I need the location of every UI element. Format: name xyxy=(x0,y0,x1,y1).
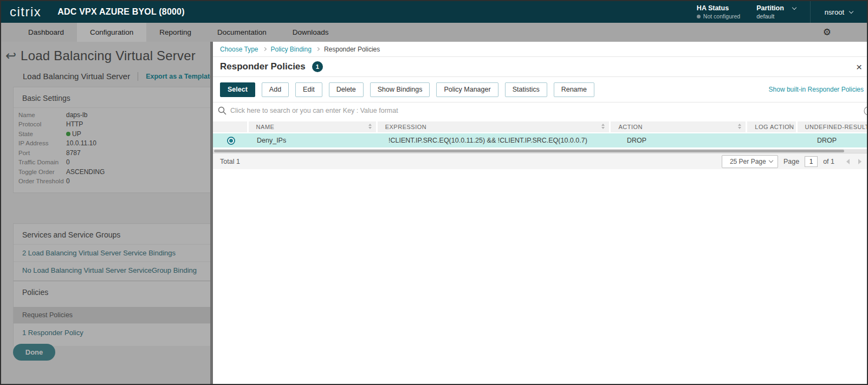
select-button[interactable]: Select xyxy=(220,82,255,97)
header-separator xyxy=(810,1,811,23)
chevron-down-icon xyxy=(792,5,796,9)
top-header: citrix ADC VPX AZURE BYOL (8000) HA Stat… xyxy=(1,1,867,23)
username: nsroot xyxy=(825,8,844,16)
breadcrumb-policy-binding[interactable]: Policy Binding xyxy=(271,46,312,53)
breadcrumb-chevron-icon xyxy=(316,47,320,51)
sort-icon[interactable] xyxy=(601,124,605,129)
product-title: ADC VPX AZURE BYOL (8000) xyxy=(57,7,184,17)
partition-label: Partition xyxy=(756,4,784,12)
toolbar: Select Add Edit Delete Show Bindings Pol… xyxy=(213,77,868,102)
prev-page-arrow-icon[interactable] xyxy=(846,159,850,164)
policies-table: NAME EXPRESSION ACTION LOG ACTION UNDEFI… xyxy=(213,121,868,153)
breadcrumb-current: Responder Policies xyxy=(324,46,380,53)
panel-title: Responder Policies xyxy=(220,61,306,72)
ha-status-block: HA Status Not configured xyxy=(697,4,740,20)
per-page-select[interactable]: 25 Per Page xyxy=(722,155,778,168)
policy-manager-button[interactable]: Policy Manager xyxy=(436,82,498,97)
next-page-arrow-icon[interactable] xyxy=(858,159,861,164)
total-count: Total 1 xyxy=(220,158,240,165)
cell-action: DROP xyxy=(619,137,759,144)
table-header: NAME EXPRESSION ACTION LOG ACTION UNDEFI… xyxy=(213,121,868,132)
show-bindings-button[interactable]: Show Bindings xyxy=(370,82,430,97)
column-header-action[interactable]: ACTION xyxy=(611,121,746,132)
search-bar xyxy=(213,102,868,118)
scrollbar-thumb[interactable] xyxy=(214,150,844,152)
breadcrumb-choose-type[interactable]: Choose Type xyxy=(220,46,258,53)
breadcrumb: Choose Type Policy Binding Responder Pol… xyxy=(213,42,868,57)
cell-name: Deny_IPs xyxy=(249,137,381,144)
row-radio-selected[interactable] xyxy=(227,137,235,145)
ha-status-label: HA Status xyxy=(697,4,740,12)
column-header-log-action[interactable]: LOG ACTION xyxy=(747,121,795,132)
cell-undefined-result: DROP xyxy=(809,137,868,144)
page-number-input[interactable] xyxy=(805,156,818,167)
partition-value: default xyxy=(756,13,796,20)
ha-status-value: Not configured xyxy=(697,13,740,20)
header-right: HA Status Not configured Partition defau… xyxy=(697,1,867,23)
edit-button[interactable]: Edit xyxy=(295,82,322,97)
screen: citrix ADC VPX AZURE BYOL (8000) HA Stat… xyxy=(0,0,868,385)
column-header-undefined-result[interactable]: UNDEFINED-RESULT xyxy=(798,121,868,132)
sort-icon[interactable] xyxy=(738,124,741,129)
responder-policies-panel: Choose Type Policy Binding Responder Pol… xyxy=(210,42,868,385)
ha-status-text: Not configured xyxy=(703,13,740,20)
page-of-label: of 1 xyxy=(823,158,834,165)
column-header-expression[interactable]: EXPRESSION xyxy=(378,121,610,132)
cell-expression: !CLIENT.IP.SRC.EQ(10.0.11.25) && !CLIENT… xyxy=(381,137,619,144)
info-icon[interactable] xyxy=(864,106,868,118)
panel-titlebar: Responder Policies 1 × xyxy=(213,57,868,77)
search-input[interactable] xyxy=(230,107,868,114)
close-icon[interactable]: × xyxy=(856,62,862,72)
breadcrumb-chevron-icon xyxy=(262,47,266,51)
horizontal-scrollbar[interactable] xyxy=(213,149,868,153)
add-button[interactable]: Add xyxy=(262,82,289,97)
partition-dropdown[interactable]: Partition default xyxy=(756,4,796,20)
pagination-bar: Total 1 25 Per Page Page of 1 xyxy=(213,153,868,169)
sort-icon[interactable] xyxy=(368,124,372,129)
sort-icon[interactable] xyxy=(788,124,792,129)
table-row[interactable]: Deny_IPs !CLIENT.IP.SRC.EQ(10.0.11.25) &… xyxy=(213,133,868,147)
column-header-name[interactable]: NAME xyxy=(249,121,376,132)
user-menu[interactable]: nsroot xyxy=(825,8,853,16)
chevron-down-icon xyxy=(849,9,853,13)
page-label: Page xyxy=(783,158,799,165)
citrix-logo: citrix xyxy=(10,5,41,18)
show-builtin-link[interactable]: Show built-in Responder Policies xyxy=(769,86,864,93)
rename-button[interactable]: Rename xyxy=(554,82,594,97)
search-icon xyxy=(218,106,226,115)
ha-status-dot-icon xyxy=(697,15,701,18)
statistics-button[interactable]: Statistics xyxy=(505,82,547,97)
delete-button[interactable]: Delete xyxy=(329,82,364,97)
chevron-down-icon xyxy=(769,158,773,163)
radio-column-header xyxy=(213,121,247,132)
count-badge: 1 xyxy=(312,61,323,72)
